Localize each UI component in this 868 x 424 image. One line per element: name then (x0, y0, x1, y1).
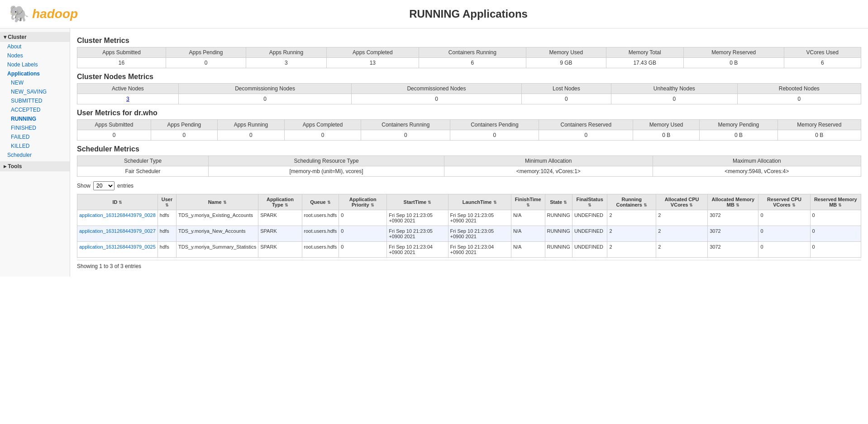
cluster-metrics-title: Cluster Metrics (77, 37, 861, 45)
sidebar-item-nodes[interactable]: Nodes (0, 51, 70, 60)
table-cell[interactable]: application_1631268443979_0027 (77, 226, 158, 242)
sidebar-item-applications[interactable]: Applications (0, 69, 70, 78)
metric-value: <memory:1024, vCores:1> (444, 166, 653, 177)
sidebar-item-new[interactable]: NEW (0, 78, 70, 87)
app-id-link[interactable]: application_1631268443979_0025 (79, 244, 156, 250)
metric-value[interactable]: 0 (352, 94, 521, 104)
table-cell: 2 (607, 242, 656, 258)
metric-value: 13 (326, 58, 419, 68)
sidebar-item-killed[interactable]: KILLED (0, 141, 70, 151)
cluster-metrics-table: Apps SubmittedApps PendingApps RunningAp… (77, 47, 861, 68)
metric-value: 0 B (683, 58, 784, 68)
metric-header: Apps Running (246, 47, 326, 58)
table-cell: 0 (810, 226, 861, 242)
metric-value: Fair Scheduler (77, 166, 209, 177)
apps-column-header[interactable]: State ⇅ (545, 194, 572, 210)
apps-column-header[interactable]: LaunchTime ⇅ (448, 194, 511, 210)
apps-column-header[interactable]: Allocated CPU VCores ⇅ (656, 194, 708, 210)
metric-value: 0 (361, 130, 450, 141)
table-cell: hdfs (157, 210, 176, 226)
sort-icon: ⇅ (689, 203, 693, 207)
table-cell: root.users.hdfs (302, 210, 339, 226)
sidebar-item-new-saving[interactable]: NEW_SAVING (0, 87, 70, 96)
metric-header: Containers Running (419, 47, 526, 58)
apps-column-header[interactable]: User ⇅ (157, 194, 176, 210)
apps-column-header[interactable]: FinishTime ⇅ (511, 194, 545, 210)
table-cell: 0 (758, 242, 810, 258)
user-metrics-table: Apps SubmittedApps PendingApps RunningAp… (77, 119, 861, 141)
metric-value[interactable]: 0 (737, 94, 861, 104)
apps-column-header[interactable]: Application Type ⇅ (258, 194, 302, 210)
metric-header: Scheduler Type (77, 156, 209, 166)
user-metrics-value-row: 00000000 B0 B0 B (77, 130, 861, 141)
metric-value: 0 (151, 130, 217, 141)
sidebar-item-accepted[interactable]: ACCEPTED (0, 105, 70, 114)
metric-header: Lost Nodes (521, 84, 611, 94)
metric-value: 16 (77, 58, 166, 68)
app-id-link[interactable]: application_1631268443979_0028 (79, 212, 156, 218)
sidebar-item-about[interactable]: About (0, 42, 70, 51)
sidebar-item-running[interactable]: RUNNING (0, 114, 70, 123)
table-row: application_1631268443979_0025hdfsTDS_y.… (77, 242, 861, 258)
table-cell: UNDEFINED (572, 242, 607, 258)
apps-column-header[interactable]: FinalStatus ⇅ (572, 194, 607, 210)
entries-select[interactable]: 10202550100 (93, 181, 114, 190)
metric-value: 0 B (700, 130, 778, 141)
metric-header: Apps Completed (284, 120, 361, 130)
applications-table: ID ⇅User ⇅Name ⇅Application Type ⇅Queue … (77, 194, 861, 258)
table-cell: N/A (511, 242, 545, 258)
user-metrics-title: User Metrics for dr.who (77, 109, 861, 117)
metric-value[interactable]: 0 (521, 94, 611, 104)
metric-value[interactable]: 0 (611, 94, 737, 104)
sort-icon: ⇅ (327, 200, 331, 205)
metric-header: Containers Running (361, 120, 450, 130)
table-cell: N/A (511, 226, 545, 242)
footer-info: Showing 1 to 3 of 3 entries (77, 260, 861, 272)
table-cell[interactable]: application_1631268443979_0025 (77, 242, 158, 258)
scheduler-metrics-value-row: Fair Scheduler[memory-mb (unit=Mi), vcor… (77, 166, 861, 177)
metric-header: Apps Completed (326, 47, 419, 58)
metric-value: 0 (77, 130, 151, 141)
sidebar: ▾ Cluster About Nodes Node Labels Applic… (0, 28, 70, 277)
table-cell: 2 (656, 226, 708, 242)
tools-section-header[interactable]: ▸ Tools (0, 161, 70, 171)
apps-column-header[interactable]: ID ⇅ (77, 194, 158, 210)
table-cell: root.users.hdfs (302, 242, 339, 258)
sidebar-item-finished[interactable]: FINISHED (0, 123, 70, 132)
sidebar-item-failed[interactable]: FAILED (0, 132, 70, 141)
apps-column-header[interactable]: Running Containers ⇅ (607, 194, 656, 210)
table-cell: hdfs (157, 242, 176, 258)
cluster-section-header[interactable]: ▾ Cluster (0, 32, 70, 42)
sort-icon: ⇅ (526, 203, 530, 207)
apps-header-row: ID ⇅User ⇅Name ⇅Application Type ⇅Queue … (77, 194, 861, 210)
table-cell[interactable]: application_1631268443979_0028 (77, 210, 158, 226)
sort-icon: ⇅ (165, 203, 169, 207)
metric-header: Containers Reserved (539, 120, 633, 130)
sidebar-item-scheduler[interactable]: Scheduler (0, 151, 70, 160)
sidebar-item-node-labels[interactable]: Node Labels (0, 60, 70, 69)
metric-value[interactable]: 3 (77, 94, 179, 104)
table-cell: 3072 (708, 226, 758, 242)
table-cell: 2 (656, 210, 708, 226)
apps-column-header[interactable]: Reserved Memory MB ⇅ (810, 194, 861, 210)
apps-column-header[interactable]: Reserved CPU VCores ⇅ (758, 194, 810, 210)
table-cell: Fri Sep 10 21:23:05 +0900 2021 (448, 226, 511, 242)
metric-header: VCores Used (784, 47, 861, 58)
metric-value[interactable]: 0 (178, 94, 351, 104)
app-id-link[interactable]: application_1631268443979_0027 (79, 228, 156, 234)
apps-column-header[interactable]: Application Priority ⇅ (339, 194, 387, 210)
sort-icon: ⇅ (428, 200, 431, 205)
sort-icon: ⇅ (119, 200, 122, 205)
apps-column-header[interactable]: Allocated Memory MB ⇅ (708, 194, 758, 210)
apps-column-header[interactable]: StartTime ⇅ (387, 194, 448, 210)
apps-column-header[interactable]: Name ⇅ (176, 194, 258, 210)
metric-header: Minimum Allocation (444, 156, 653, 166)
table-cell: SPARK (258, 210, 302, 226)
metric-value: 0 B (777, 130, 861, 141)
apps-column-header[interactable]: Queue ⇅ (302, 194, 339, 210)
metric-value: <memory:5948, vCores:4> (653, 166, 861, 177)
metric-header: Apps Submitted (77, 47, 166, 58)
sidebar-item-submitted[interactable]: SUBMITTED (0, 96, 70, 105)
metric-header: Apps Running (217, 120, 284, 130)
metric-link[interactable]: 3 (126, 96, 129, 102)
